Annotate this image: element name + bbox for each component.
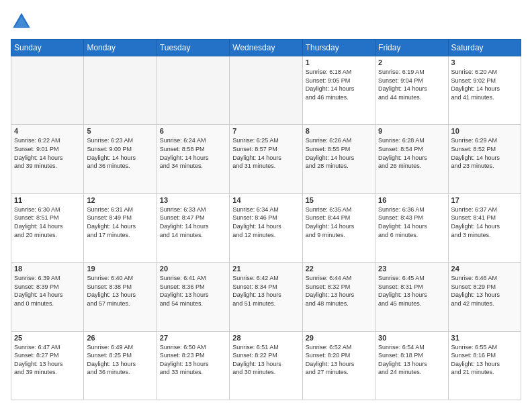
- day-info: Sunrise: 6:37 AM Sunset: 8:41 PM Dayligh…: [451, 205, 518, 239]
- week-row-1: 1Sunrise: 6:18 AM Sunset: 9:05 PM Daylig…: [11, 56, 521, 125]
- day-number: 15: [306, 196, 372, 204]
- day-cell-20: 20Sunrise: 6:41 AM Sunset: 8:36 PM Dayli…: [157, 263, 229, 331]
- day-cell-9: 9Sunrise: 6:28 AM Sunset: 8:54 PM Daylig…: [375, 125, 448, 193]
- day-cell-12: 12Sunrise: 6:31 AM Sunset: 8:49 PM Dayli…: [84, 193, 157, 262]
- day-info: Sunrise: 6:45 AM Sunset: 8:31 PM Dayligh…: [378, 274, 445, 308]
- day-number: 23: [378, 265, 445, 273]
- day-info: Sunrise: 6:20 AM Sunset: 9:02 PM Dayligh…: [451, 68, 518, 101]
- day-cell-23: 23Sunrise: 6:45 AM Sunset: 8:31 PM Dayli…: [375, 263, 448, 331]
- day-number: 27: [160, 334, 226, 342]
- empty-cell: [157, 56, 229, 125]
- weekday-header-friday: Friday: [375, 40, 448, 56]
- day-cell-28: 28Sunrise: 6:51 AM Sunset: 8:22 PM Dayli…: [230, 331, 302, 400]
- day-cell-14: 14Sunrise: 6:34 AM Sunset: 8:46 PM Dayli…: [230, 193, 302, 262]
- day-cell-6: 6Sunrise: 6:24 AM Sunset: 8:58 PM Daylig…: [157, 125, 229, 193]
- day-number: 28: [232, 334, 299, 342]
- day-cell-29: 29Sunrise: 6:52 AM Sunset: 8:20 PM Dayli…: [302, 331, 375, 400]
- day-number: 29: [306, 334, 372, 342]
- day-info: Sunrise: 6:33 AM Sunset: 8:47 PM Dayligh…: [160, 205, 226, 239]
- day-info: Sunrise: 6:44 AM Sunset: 8:32 PM Dayligh…: [306, 274, 372, 308]
- day-info: Sunrise: 6:18 AM Sunset: 9:05 PM Dayligh…: [306, 68, 372, 101]
- day-number: 14: [232, 196, 299, 204]
- day-cell-18: 18Sunrise: 6:39 AM Sunset: 8:39 PM Dayli…: [11, 263, 84, 331]
- day-number: 5: [87, 127, 153, 135]
- day-cell-19: 19Sunrise: 6:40 AM Sunset: 8:38 PM Dayli…: [84, 263, 157, 331]
- week-row-5: 25Sunrise: 6:47 AM Sunset: 8:27 PM Dayli…: [11, 331, 521, 400]
- day-info: Sunrise: 6:34 AM Sunset: 8:46 PM Dayligh…: [232, 205, 299, 239]
- day-number: 3: [451, 58, 518, 66]
- week-row-2: 4Sunrise: 6:22 AM Sunset: 9:01 PM Daylig…: [11, 125, 521, 193]
- day-cell-21: 21Sunrise: 6:42 AM Sunset: 8:34 PM Dayli…: [230, 263, 302, 331]
- day-info: Sunrise: 6:36 AM Sunset: 8:43 PM Dayligh…: [378, 205, 445, 239]
- day-number: 11: [14, 196, 81, 204]
- day-number: 20: [160, 265, 226, 273]
- day-info: Sunrise: 6:26 AM Sunset: 8:55 PM Dayligh…: [306, 136, 372, 170]
- day-cell-17: 17Sunrise: 6:37 AM Sunset: 8:41 PM Dayli…: [448, 193, 521, 262]
- day-number: 10: [451, 127, 518, 135]
- day-number: 13: [160, 196, 226, 204]
- weekday-header-wednesday: Wednesday: [230, 40, 302, 56]
- header: [11, 11, 521, 32]
- day-cell-11: 11Sunrise: 6:30 AM Sunset: 8:51 PM Dayli…: [11, 193, 84, 262]
- day-number: 6: [160, 127, 226, 135]
- day-number: 16: [378, 196, 445, 204]
- weekday-header-thursday: Thursday: [302, 40, 375, 56]
- week-row-3: 11Sunrise: 6:30 AM Sunset: 8:51 PM Dayli…: [11, 193, 521, 262]
- day-cell-26: 26Sunrise: 6:49 AM Sunset: 8:25 PM Dayli…: [84, 331, 157, 400]
- day-cell-5: 5Sunrise: 6:23 AM Sunset: 9:00 PM Daylig…: [84, 125, 157, 193]
- empty-cell: [230, 56, 302, 125]
- day-cell-22: 22Sunrise: 6:44 AM Sunset: 8:32 PM Dayli…: [302, 263, 375, 331]
- day-cell-15: 15Sunrise: 6:35 AM Sunset: 8:44 PM Dayli…: [302, 193, 375, 262]
- day-cell-24: 24Sunrise: 6:46 AM Sunset: 8:29 PM Dayli…: [448, 263, 521, 331]
- weekday-header-row: SundayMondayTuesdayWednesdayThursdayFrid…: [11, 40, 521, 56]
- page: SundayMondayTuesdayWednesdayThursdayFrid…: [0, 0, 532, 411]
- day-number: 8: [306, 127, 372, 135]
- day-info: Sunrise: 6:28 AM Sunset: 8:54 PM Dayligh…: [378, 136, 445, 170]
- day-number: 19: [87, 265, 153, 273]
- day-info: Sunrise: 6:40 AM Sunset: 8:38 PM Dayligh…: [87, 274, 153, 308]
- day-number: 9: [378, 127, 445, 135]
- day-info: Sunrise: 6:23 AM Sunset: 9:00 PM Dayligh…: [87, 136, 153, 170]
- day-cell-1: 1Sunrise: 6:18 AM Sunset: 9:05 PM Daylig…: [302, 56, 375, 125]
- weekday-header-saturday: Saturday: [448, 40, 521, 56]
- day-number: 25: [14, 334, 81, 342]
- day-number: 26: [87, 334, 153, 342]
- day-info: Sunrise: 6:42 AM Sunset: 8:34 PM Dayligh…: [232, 274, 299, 308]
- day-info: Sunrise: 6:51 AM Sunset: 8:22 PM Dayligh…: [232, 343, 299, 377]
- day-cell-16: 16Sunrise: 6:36 AM Sunset: 8:43 PM Dayli…: [375, 193, 448, 262]
- day-cell-25: 25Sunrise: 6:47 AM Sunset: 8:27 PM Dayli…: [11, 331, 84, 400]
- day-info: Sunrise: 6:46 AM Sunset: 8:29 PM Dayligh…: [451, 274, 518, 308]
- day-cell-10: 10Sunrise: 6:29 AM Sunset: 8:52 PM Dayli…: [448, 125, 521, 193]
- day-number: 4: [14, 127, 81, 135]
- day-info: Sunrise: 6:25 AM Sunset: 8:57 PM Dayligh…: [232, 136, 299, 170]
- day-cell-4: 4Sunrise: 6:22 AM Sunset: 9:01 PM Daylig…: [11, 125, 84, 193]
- logo-icon: [11, 11, 32, 32]
- day-number: 30: [378, 334, 445, 342]
- day-info: Sunrise: 6:49 AM Sunset: 8:25 PM Dayligh…: [87, 343, 153, 377]
- day-number: 2: [378, 58, 445, 66]
- day-number: 31: [451, 334, 518, 342]
- day-info: Sunrise: 6:54 AM Sunset: 8:18 PM Dayligh…: [378, 343, 445, 377]
- day-cell-13: 13Sunrise: 6:33 AM Sunset: 8:47 PM Dayli…: [157, 193, 229, 262]
- weekday-header-tuesday: Tuesday: [157, 40, 229, 56]
- weekday-header-sunday: Sunday: [11, 40, 84, 56]
- day-cell-8: 8Sunrise: 6:26 AM Sunset: 8:55 PM Daylig…: [302, 125, 375, 193]
- day-cell-3: 3Sunrise: 6:20 AM Sunset: 9:02 PM Daylig…: [448, 56, 521, 125]
- day-info: Sunrise: 6:41 AM Sunset: 8:36 PM Dayligh…: [160, 274, 226, 308]
- day-info: Sunrise: 6:29 AM Sunset: 8:52 PM Dayligh…: [451, 136, 518, 170]
- day-cell-31: 31Sunrise: 6:55 AM Sunset: 8:16 PM Dayli…: [448, 331, 521, 400]
- day-info: Sunrise: 6:47 AM Sunset: 8:27 PM Dayligh…: [14, 343, 81, 377]
- calendar-table: SundayMondayTuesdayWednesdayThursdayFrid…: [11, 39, 521, 400]
- day-number: 17: [451, 196, 518, 204]
- day-info: Sunrise: 6:55 AM Sunset: 8:16 PM Dayligh…: [451, 343, 518, 377]
- weekday-header-monday: Monday: [84, 40, 157, 56]
- day-info: Sunrise: 6:24 AM Sunset: 8:58 PM Dayligh…: [160, 136, 226, 170]
- week-row-4: 18Sunrise: 6:39 AM Sunset: 8:39 PM Dayli…: [11, 263, 521, 331]
- day-number: 22: [306, 265, 372, 273]
- day-info: Sunrise: 6:31 AM Sunset: 8:49 PM Dayligh…: [87, 205, 153, 239]
- empty-cell: [84, 56, 157, 125]
- day-number: 1: [306, 58, 372, 66]
- day-number: 7: [232, 127, 299, 135]
- day-info: Sunrise: 6:39 AM Sunset: 8:39 PM Dayligh…: [14, 274, 81, 308]
- day-cell-2: 2Sunrise: 6:19 AM Sunset: 9:04 PM Daylig…: [375, 56, 448, 125]
